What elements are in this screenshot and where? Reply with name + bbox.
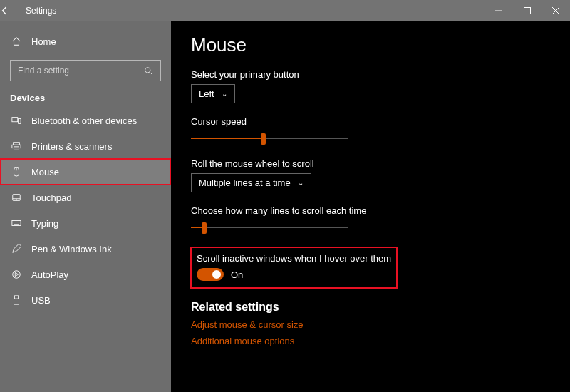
svg-rect-14 bbox=[12, 221, 21, 226]
sidebar-item-printers[interactable]: Printers & scanners bbox=[0, 133, 171, 159]
svg-rect-1 bbox=[524, 8, 531, 14]
chevron-down-icon: ⌄ bbox=[222, 90, 227, 98]
sidebar-item-label: Printers & scanners bbox=[31, 141, 112, 152]
cursor-speed-slider[interactable] bbox=[191, 131, 348, 145]
link-additional-mouse-options[interactable]: Additional mouse options bbox=[191, 336, 550, 346]
scroll-inactive-toggle[interactable] bbox=[197, 268, 224, 281]
sidebar-home-label: Home bbox=[31, 36, 56, 47]
link-adjust-mouse-size[interactable]: Adjust mouse & cursor size bbox=[191, 319, 550, 330]
minimize-button[interactable] bbox=[484, 0, 513, 21]
window-title: Settings bbox=[26, 6, 56, 16]
slider-thumb[interactable] bbox=[261, 133, 266, 145]
sidebar-item-usb[interactable]: USB bbox=[0, 287, 171, 313]
primary-button-label: Select your primary button bbox=[191, 69, 550, 80]
search-input[interactable] bbox=[10, 60, 161, 81]
cursor-speed-label: Cursor speed bbox=[191, 116, 550, 127]
close-icon bbox=[552, 7, 559, 14]
main-panel: Mouse Select your primary button Left ⌄ … bbox=[171, 21, 570, 392]
svg-rect-18 bbox=[14, 299, 19, 304]
dropdown-value: Multiple lines at a time bbox=[199, 177, 291, 188]
chevron-down-icon: ⌄ bbox=[298, 179, 304, 187]
svg-rect-5 bbox=[19, 118, 21, 123]
sidebar-item-label: USB bbox=[31, 295, 51, 306]
sidebar: Home Devices Bluetooth & other devices P… bbox=[0, 21, 171, 392]
close-button[interactable] bbox=[542, 0, 570, 21]
wheel-label: Roll the mouse wheel to scroll bbox=[191, 158, 550, 169]
mouse-icon bbox=[10, 167, 23, 177]
sidebar-item-label: Pen & Windows Ink bbox=[31, 244, 112, 254]
search-icon bbox=[144, 66, 153, 76]
sidebar-item-label: Mouse bbox=[31, 167, 59, 177]
toggle-state: On bbox=[231, 269, 243, 280]
lines-slider[interactable] bbox=[191, 220, 348, 234]
touchpad-icon bbox=[10, 192, 23, 202]
printer-icon bbox=[10, 141, 23, 151]
primary-button-dropdown[interactable]: Left ⌄ bbox=[191, 84, 235, 103]
sidebar-item-autoplay[interactable]: AutoPlay bbox=[0, 262, 171, 287]
svg-rect-17 bbox=[14, 296, 18, 299]
devices-icon bbox=[10, 115, 23, 125]
autoplay-icon bbox=[10, 269, 23, 279]
toggle-knob bbox=[212, 270, 221, 279]
svg-rect-6 bbox=[14, 143, 20, 145]
svg-line-3 bbox=[150, 72, 152, 74]
slider-thumb[interactable] bbox=[202, 222, 207, 234]
maximize-icon bbox=[524, 7, 531, 14]
slider-fill bbox=[191, 138, 263, 139]
home-icon bbox=[10, 36, 23, 46]
keyboard-icon bbox=[10, 218, 23, 228]
sidebar-item-pen[interactable]: Pen & Windows Ink bbox=[0, 236, 171, 262]
sidebar-item-mouse[interactable]: Mouse bbox=[0, 159, 171, 185]
sidebar-item-bluetooth[interactable]: Bluetooth & other devices bbox=[0, 108, 171, 133]
svg-point-2 bbox=[145, 67, 150, 72]
wheel-dropdown[interactable]: Multiple lines at a time ⌄ bbox=[191, 173, 311, 192]
page-title: Mouse bbox=[191, 34, 550, 56]
sidebar-item-label: Bluetooth & other devices bbox=[31, 115, 137, 126]
sidebar-item-label: AutoPlay bbox=[31, 269, 68, 280]
sidebar-item-label: Touchpad bbox=[31, 192, 71, 203]
back-button[interactable] bbox=[0, 6, 26, 16]
pen-icon bbox=[10, 244, 23, 254]
scroll-inactive-label: Scroll inactive windows when I hover ove… bbox=[197, 253, 391, 264]
sidebar-item-typing[interactable]: Typing bbox=[0, 210, 171, 236]
search-field[interactable] bbox=[18, 66, 138, 76]
scroll-inactive-group: Scroll inactive windows when I hover ove… bbox=[191, 247, 397, 288]
related-heading: Related settings bbox=[191, 301, 550, 314]
maximize-button[interactable] bbox=[513, 0, 542, 21]
sidebar-item-label: Typing bbox=[31, 218, 58, 229]
arrow-left-icon bbox=[0, 6, 10, 16]
sidebar-item-touchpad[interactable]: Touchpad bbox=[0, 185, 171, 210]
svg-rect-4 bbox=[12, 118, 18, 122]
svg-point-16 bbox=[13, 271, 21, 279]
lines-label: Choose how many lines to scroll each tim… bbox=[191, 205, 550, 216]
slider-track bbox=[191, 227, 348, 228]
sidebar-home[interactable]: Home bbox=[0, 29, 171, 54]
dropdown-value: Left bbox=[199, 88, 214, 99]
minimize-icon bbox=[495, 7, 502, 14]
sidebar-category: Devices bbox=[0, 86, 171, 108]
usb-icon bbox=[10, 295, 23, 305]
